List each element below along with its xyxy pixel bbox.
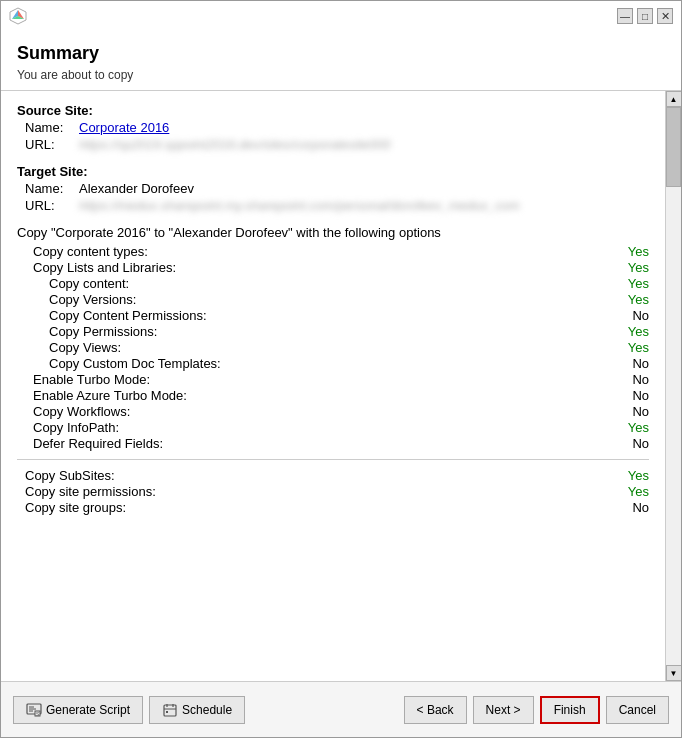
option-label: Copy Workflows: <box>33 404 130 419</box>
sub-options-section: Copy SubSites: Yes Copy site permissions… <box>17 468 649 515</box>
generate-script-icon: S <box>26 703 42 717</box>
back-button[interactable]: < Back <box>404 696 467 724</box>
footer: S Generate Script Schedule <box>1 681 681 737</box>
footer-left: S Generate Script Schedule <box>13 696 396 724</box>
target-url-value: https://medux.sharepoint.my.sharepoint.c… <box>79 198 520 213</box>
target-url-row: URL: https://medux.sharepoint.my.sharepo… <box>17 198 649 213</box>
sub-option-label: Copy site permissions: <box>25 484 156 499</box>
finish-label: Finish <box>554 703 586 717</box>
option-value: Yes <box>589 260 649 275</box>
source-name-label: Name: <box>25 120 75 135</box>
title-bar-controls: — □ ✕ <box>617 8 673 24</box>
option-row: Defer Required Fields: No <box>25 436 649 451</box>
option-value: Yes <box>589 324 649 339</box>
option-value: No <box>589 308 649 323</box>
section-divider <box>17 459 649 460</box>
option-value: Yes <box>589 340 649 355</box>
cancel-button[interactable]: Cancel <box>606 696 669 724</box>
option-row: Enable Azure Turbo Mode: No <box>25 388 649 403</box>
option-row: Copy InfoPath: Yes <box>25 420 649 435</box>
target-name-row: Name: Alexander Dorofeev <box>17 181 649 196</box>
source-url-row: URL: https://sp2019.sppoint2016.dev/site… <box>17 137 649 152</box>
option-row: Copy Permissions: Yes <box>25 324 649 339</box>
sub-option-value: Yes <box>589 468 649 483</box>
copy-description: Copy "Corporate 2016" to "Alexander Doro… <box>17 225 649 240</box>
option-value: Yes <box>589 276 649 291</box>
option-label: Copy Lists and Libraries: <box>33 260 176 275</box>
target-url-label: URL: <box>25 198 75 213</box>
scroll-up-button[interactable]: ▲ <box>666 91 682 107</box>
option-label: Copy Permissions: <box>49 324 157 339</box>
option-label: Copy Content Permissions: <box>49 308 207 323</box>
header-section: Summary You are about to copy <box>1 31 681 91</box>
source-url-value: https://sp2019.sppoint2016.dev/sites/cor… <box>79 137 391 152</box>
option-row: Copy Lists and Libraries: Yes <box>25 260 649 275</box>
svg-rect-14 <box>166 711 168 713</box>
options-table: Copy content types: Yes Copy Lists and L… <box>17 244 649 451</box>
option-value: No <box>589 356 649 371</box>
page-subtitle: You are about to copy <box>17 68 665 82</box>
sub-option-value: Yes <box>589 484 649 499</box>
schedule-button[interactable]: Schedule <box>149 696 245 724</box>
minimize-button[interactable]: — <box>617 8 633 24</box>
option-row: Copy Versions: Yes <box>25 292 649 307</box>
scroll-track[interactable] <box>666 107 681 665</box>
option-value: No <box>589 404 649 419</box>
main-window: — □ ✕ Summary You are about to copy Sour… <box>0 0 682 738</box>
target-site-label: Target Site: <box>17 164 649 179</box>
option-label: Copy content: <box>49 276 129 291</box>
target-name-value: Alexander Dorofeev <box>79 181 194 196</box>
target-name-label: Name: <box>25 181 75 196</box>
option-row: Copy Views: Yes <box>25 340 649 355</box>
sub-option-label: Copy SubSites: <box>25 468 115 483</box>
option-label: Copy Views: <box>49 340 121 355</box>
source-name-row: Name: Corporate 2016 <box>17 120 649 135</box>
page-title: Summary <box>17 43 665 64</box>
main-area: Source Site: Name: Corporate 2016 URL: h… <box>1 91 681 681</box>
next-button[interactable]: Next > <box>473 696 534 724</box>
option-value: No <box>589 388 649 403</box>
sub-option-row: Copy site groups: No <box>17 500 649 515</box>
option-label: Enable Turbo Mode: <box>33 372 150 387</box>
sub-option-row: Copy site permissions: Yes <box>17 484 649 499</box>
option-row: Copy Custom Doc Templates: No <box>25 356 649 371</box>
back-label: < Back <box>417 703 454 717</box>
option-value: Yes <box>589 420 649 435</box>
option-value: Yes <box>589 292 649 307</box>
option-row: Copy content: Yes <box>25 276 649 291</box>
footer-right: < Back Next > Finish Cancel <box>404 696 669 724</box>
generate-script-button[interactable]: S Generate Script <box>13 696 143 724</box>
scrollable-content[interactable]: Source Site: Name: Corporate 2016 URL: h… <box>1 91 665 681</box>
cancel-label: Cancel <box>619 703 656 717</box>
option-row: Copy content types: Yes <box>25 244 649 259</box>
sub-option-value: No <box>589 500 649 515</box>
option-label: Copy content types: <box>33 244 148 259</box>
option-value: Yes <box>589 244 649 259</box>
option-value: No <box>589 436 649 451</box>
title-bar: — □ ✕ <box>1 1 681 31</box>
schedule-icon <box>162 703 178 717</box>
maximize-button[interactable]: □ <box>637 8 653 24</box>
scroll-thumb[interactable] <box>666 107 681 187</box>
source-url-label: URL: <box>25 137 75 152</box>
target-site-section: Target Site: Name: Alexander Dorofeev UR… <box>17 164 649 213</box>
app-icon <box>9 7 27 25</box>
option-label: Copy InfoPath: <box>33 420 119 435</box>
option-label: Enable Azure Turbo Mode: <box>33 388 187 403</box>
option-row: Enable Turbo Mode: No <box>25 372 649 387</box>
option-value: No <box>589 372 649 387</box>
close-button[interactable]: ✕ <box>657 8 673 24</box>
sub-option-label: Copy site groups: <box>25 500 126 515</box>
svg-rect-10 <box>164 705 176 716</box>
option-label: Copy Versions: <box>49 292 136 307</box>
sub-option-row: Copy SubSites: Yes <box>17 468 649 483</box>
option-label: Defer Required Fields: <box>33 436 163 451</box>
source-site-label: Source Site: <box>17 103 649 118</box>
scroll-down-button[interactable]: ▼ <box>666 665 682 681</box>
source-site-section: Source Site: Name: Corporate 2016 URL: h… <box>17 103 649 152</box>
generate-script-label: Generate Script <box>46 703 130 717</box>
scrollbar: ▲ ▼ <box>665 91 681 681</box>
schedule-label: Schedule <box>182 703 232 717</box>
option-row: Copy Content Permissions: No <box>25 308 649 323</box>
finish-button[interactable]: Finish <box>540 696 600 724</box>
